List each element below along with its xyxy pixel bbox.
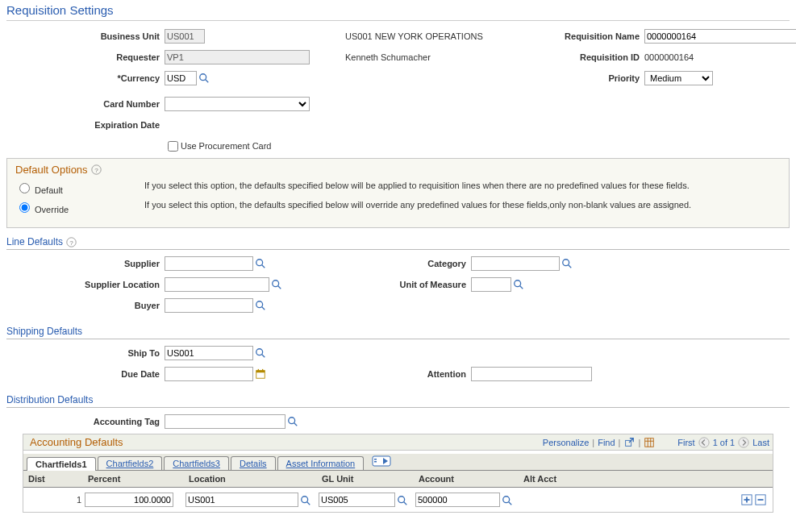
attention-input[interactable] [471,367,592,381]
requester-label: Requester [6,52,165,62]
default-option-desc: If you select this option, the defaults … [144,181,781,190]
override-option-desc: If you select this option, the defaults … [144,200,781,210]
business-unit-input [165,29,205,44]
col-dist: Dist [25,474,88,484]
currency-input[interactable] [165,71,197,85]
accounting-tag-input[interactable] [165,414,285,429]
supplier-location-label: Supplier Location [6,280,165,289]
magnify-icon[interactable] [255,347,266,359]
requisition-name-label: Requisition Name [531,31,644,41]
magnify-icon[interactable] [287,416,298,427]
delete-row-icon[interactable] [755,494,766,505]
business-unit-label: Business Unit [6,31,165,41]
default-radio[interactable] [19,183,30,193]
due-date-label: Due Date [6,369,165,379]
priority-select[interactable]: Medium [644,71,713,85]
override-radio-label: Override [35,205,69,214]
percent-input[interactable] [85,493,173,507]
requisition-id-label: Requisition ID [531,52,644,62]
popout-icon[interactable] [623,437,635,448]
magnify-icon[interactable] [198,73,210,84]
magnify-icon[interactable] [502,495,513,506]
magnify-icon[interactable] [255,258,266,269]
next-arrow-icon[interactable] [738,437,749,448]
requester-input [165,50,310,64]
col-gl-unit: GL Unit [322,474,419,484]
ship-to-input[interactable] [165,346,253,360]
default-options-title: Default Options [15,164,88,176]
tab-details[interactable]: Details [231,456,276,470]
tab-chartfields2[interactable]: Chartfields2 [98,456,163,470]
supplier-label: Supplier [6,259,165,268]
magnify-icon[interactable] [255,300,266,311]
priority-label: Priority [531,73,644,83]
override-radio[interactable] [19,202,30,213]
prev-arrow-icon[interactable] [698,437,710,448]
dist-value: 1 [25,495,85,505]
table-row: 1 [23,488,773,512]
help-icon[interactable] [66,237,77,247]
category-label: Category [361,259,471,268]
attention-label: Attention [361,369,471,379]
account-input[interactable] [415,493,500,507]
uom-label: Unit of Measure [361,280,471,289]
col-account: Account [419,474,523,484]
col-alt-acct: Alt Acct [523,474,661,484]
magnify-icon[interactable] [271,279,282,290]
buyer-input[interactable] [165,298,253,313]
accounting-tag-label: Accounting Tag [6,417,165,426]
distribution-defaults-title: Distribution Defaults [6,394,93,405]
accounting-defaults-title: Accounting Defaults [27,436,540,448]
default-radio-label: Default [35,185,63,195]
last-link[interactable]: Last [752,438,769,447]
currency-label: *Currency [6,73,165,83]
add-row-icon[interactable] [741,494,752,505]
personalize-link[interactable]: Personalize [543,438,589,447]
help-icon[interactable] [91,164,102,175]
card-number-label: Card Number [6,99,165,109]
requester-name: Kenneth Schumacher [345,52,431,62]
gl-unit-input[interactable] [319,493,395,507]
category-input[interactable] [471,256,560,271]
card-number-select[interactable] [165,97,310,111]
magnify-icon[interactable] [513,279,524,290]
magnify-icon[interactable] [397,495,408,506]
requisition-name-input[interactable] [644,29,796,44]
supplier-input[interactable] [165,256,253,271]
magnify-icon[interactable] [561,258,573,269]
page-title: Requisition Settings [6,3,790,21]
buyer-label: Buyer [6,301,165,310]
calendar-icon[interactable] [255,368,266,380]
first-link[interactable]: First [677,438,694,447]
col-percent: Percent [88,474,189,484]
page-indicator: 1 of 1 [713,438,736,447]
due-date-input[interactable] [165,367,253,381]
ship-to-label: Ship To [6,348,165,358]
expiration-date-label: Expiration Date [6,120,165,130]
supplier-location-input[interactable] [165,277,269,292]
show-all-tabs-icon[interactable] [370,455,393,467]
grid-view-icon[interactable] [644,437,655,448]
business-unit-desc: US001 NEW YORK OPERATIONS [345,31,483,41]
col-location: Location [189,474,322,484]
magnify-icon[interactable] [300,495,311,506]
tab-asset-information[interactable]: Asset Information [277,456,365,470]
use-procurement-card-checkbox[interactable] [168,141,178,152]
uom-input[interactable] [471,277,511,292]
find-link[interactable]: Find [598,438,615,447]
location-input[interactable] [185,493,298,507]
shipping-defaults-title: Shipping Defaults [6,326,82,337]
default-options-box: Default Options Default If you select th… [6,158,790,228]
tab-chartfields3[interactable]: Chartfields3 [164,456,229,470]
line-defaults-title: Line Defaults [6,236,63,247]
tab-chartfields1[interactable]: Chartfields1 [27,457,96,471]
requisition-id-value: 0000000164 [644,52,694,62]
use-procurement-card-label: Use Procurement Card [181,141,272,151]
